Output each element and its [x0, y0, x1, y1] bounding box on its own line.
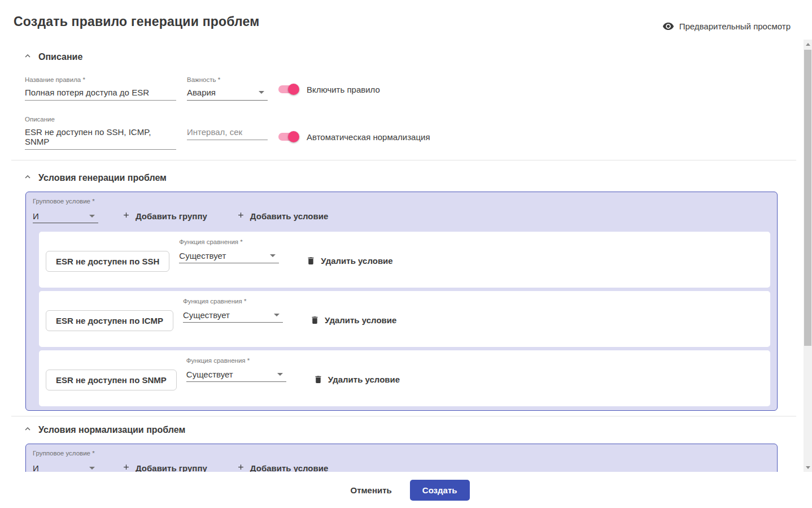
condition-card: ESR не доступен по SSH Функция сравнения…	[39, 232, 770, 288]
preview-label: Предварительный просмотр	[679, 21, 791, 31]
enable-rule-toggle[interactable]	[278, 84, 299, 95]
triangle-up-icon	[806, 43, 810, 46]
section-divider	[11, 160, 796, 160]
plus-icon	[122, 211, 130, 221]
normalization-group-box: Групповое условие * И Добавить группу До…	[25, 444, 778, 472]
comparison-function-label: Функция сравнения *	[179, 238, 279, 246]
preview-button[interactable]: Предварительный просмотр	[662, 20, 791, 32]
page-title: Создать правило генерации проблем	[14, 14, 259, 29]
comparison-function-select[interactable]: Существует	[179, 248, 279, 263]
section-normalization-header: Условия нормализации проблем	[23, 424, 797, 436]
scroll-up-button[interactable]	[804, 40, 812, 49]
scrollbar-thumb[interactable]	[804, 50, 811, 346]
condition-card: ESR не доступен по SNMP Функция сравнени…	[39, 350, 770, 406]
caret-down-icon	[277, 373, 283, 376]
caret-down-icon	[89, 215, 95, 218]
description-field: Описание ESR не доступен по SSH, ICMP, S…	[25, 116, 176, 150]
rule-name-field: Название правила * Полная потеря доступа…	[25, 76, 176, 101]
caret-down-icon	[270, 254, 276, 257]
severity-field: Важность * Авария	[187, 76, 268, 101]
cancel-button[interactable]: Отменить	[343, 480, 400, 500]
generation-group-box: Групповое условие * И Добавить группу До…	[25, 192, 778, 411]
caret-down-icon	[259, 91, 264, 94]
trash-icon	[310, 315, 320, 325]
triangle-down-icon	[806, 466, 810, 469]
footer-actions: Отменить Создать	[0, 472, 812, 508]
condition-chip[interactable]: ESR не доступен по SSH	[46, 251, 169, 272]
description-label: Описание	[25, 116, 176, 123]
section-divider	[11, 416, 796, 416]
description-input[interactable]: ESR не доступен по SSH, ICMP, SNMP	[25, 124, 176, 150]
delete-condition-button[interactable]: Удалить условие	[306, 255, 392, 266]
section-title: Условия генерации проблем	[38, 173, 167, 183]
comparison-function-label: Функция сравнения *	[183, 298, 283, 305]
chevron-up-icon[interactable]	[23, 51, 33, 63]
comparison-function-field: Функция сравнения * Существует	[183, 298, 283, 323]
comparison-function-select[interactable]: Существует	[186, 367, 286, 382]
add-group-button[interactable]: Добавить группу	[116, 207, 213, 225]
severity-label: Важность *	[187, 76, 268, 84]
group-condition-select[interactable]: И	[33, 209, 98, 223]
condition-card: ESR не доступен по ICMP Функция сравнени…	[39, 291, 770, 347]
condition-chip[interactable]: ESR не доступен по ICMP	[46, 310, 173, 331]
vertical-scrollbar[interactable]	[804, 40, 812, 472]
delete-condition-button[interactable]: Удалить условие	[313, 374, 400, 385]
delete-condition-button[interactable]: Удалить условие	[310, 315, 396, 325]
caret-down-icon	[274, 314, 280, 316]
section-title: Условия нормализации проблем	[38, 425, 185, 435]
comparison-function-select[interactable]: Существует	[183, 307, 283, 323]
add-condition-button[interactable]: Добавить условие	[231, 459, 334, 472]
scroll-content: Описание Название правила * Полная потер…	[0, 40, 797, 472]
comparison-function-field: Функция сравнения * Существует	[179, 238, 279, 263]
enable-rule-label: Включить правило	[307, 85, 380, 94]
section-description-header: Описание	[23, 51, 797, 63]
section-generation-header: Условия генерации проблем	[23, 172, 797, 184]
auto-normalization-toggle[interactable]	[278, 131, 299, 142]
description-fields: Название правила * Полная потеря доступа…	[25, 76, 797, 150]
plus-icon	[237, 211, 245, 221]
chevron-up-icon[interactable]	[23, 172, 33, 184]
eye-icon	[662, 20, 674, 32]
chevron-up-icon[interactable]	[23, 424, 33, 436]
plus-icon	[237, 463, 245, 472]
condition-chip[interactable]: ESR не доступен по SNMP	[46, 370, 177, 390]
create-button[interactable]: Создать	[410, 480, 470, 501]
trash-icon	[306, 255, 316, 266]
rule-name-input[interactable]: Полная потеря доступа до ESR	[25, 84, 176, 101]
trash-icon	[313, 374, 323, 385]
caret-down-icon	[89, 467, 95, 470]
comparison-function-label: Функция сравнения *	[186, 357, 286, 364]
group-condition-select[interactable]: И	[33, 461, 98, 472]
auto-normalization-toggle-row[interactable]: Автоматическая нормализация	[278, 131, 430, 142]
add-group-button[interactable]: Добавить группу	[116, 459, 213, 472]
interval-field: Интервал, сек	[187, 116, 268, 140]
group-condition-label: Групповое условие *	[33, 450, 770, 457]
group-condition-label: Групповое условие *	[33, 198, 770, 205]
scroll-down-button[interactable]	[804, 463, 812, 472]
rule-name-label: Название правила *	[25, 76, 176, 84]
plus-icon	[122, 463, 130, 472]
add-condition-button[interactable]: Добавить условие	[231, 207, 334, 225]
comparison-function-field: Функция сравнения * Существует	[186, 357, 286, 382]
interval-input[interactable]: Интервал, сек	[187, 124, 268, 140]
severity-select[interactable]: Авария	[187, 84, 268, 101]
section-title: Описание	[38, 52, 82, 62]
auto-normalization-label: Автоматическая нормализация	[307, 132, 430, 142]
enable-rule-toggle-row[interactable]: Включить правило	[278, 84, 380, 95]
